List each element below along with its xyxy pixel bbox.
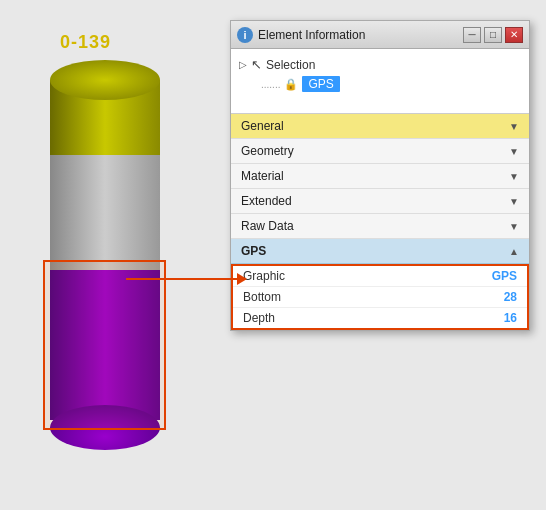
accordion-general-label: General xyxy=(241,119,284,133)
lock-icon: 🔒 xyxy=(284,78,298,91)
dialog-title-text: Element Information xyxy=(258,28,365,42)
chevron-material: ▼ xyxy=(509,171,519,182)
gps-key-graphic: Graphic xyxy=(243,269,467,283)
tree-row-gps[interactable]: ....... 🔒 GPS xyxy=(239,74,521,94)
dialog-title-left: i Element Information xyxy=(237,27,365,43)
accordion-rawdata[interactable]: Raw Data ▼ xyxy=(231,214,529,239)
close-button[interactable]: ✕ xyxy=(505,27,523,43)
gps-section-label: GPS xyxy=(241,244,266,258)
gps-row-bottom: Bottom 28 xyxy=(233,287,527,308)
highlight-box xyxy=(43,260,166,430)
accordion-general[interactable]: General ▼ xyxy=(231,114,529,139)
gps-value-depth: 16 xyxy=(467,311,517,325)
gps-key-depth: Depth xyxy=(243,311,467,325)
gps-value-bottom: 28 xyxy=(467,290,517,304)
dialog-titlebar: i Element Information ─ □ ✕ xyxy=(231,21,529,49)
selection-label: Selection xyxy=(266,58,315,72)
gps-row-depth: Depth 16 xyxy=(233,308,527,328)
cylinder-top-cap xyxy=(50,60,160,100)
element-info-dialog: i Element Information ─ □ ✕ ▷ ↖ Selectio… xyxy=(230,20,530,331)
accordion-extended[interactable]: Extended ▼ xyxy=(231,189,529,214)
cylinder-mid-body xyxy=(50,155,160,275)
tree-expand-icon: ▷ xyxy=(239,59,247,70)
gps-value-graphic: GPS xyxy=(467,269,517,283)
gps-badge: GPS xyxy=(302,76,339,92)
chevron-extended: ▼ xyxy=(509,196,519,207)
chevron-geometry: ▼ xyxy=(509,146,519,157)
chevron-general: ▼ xyxy=(509,121,519,132)
dialog-controls[interactable]: ─ □ ✕ xyxy=(463,27,523,43)
gps-key-bottom: Bottom xyxy=(243,290,467,304)
accordion-extended-label: Extended xyxy=(241,194,292,208)
callout-arrow xyxy=(126,278,246,280)
model-viewport: 0-139 xyxy=(0,0,230,510)
gps-table: Graphic GPS Bottom 28 Depth 16 xyxy=(231,264,529,330)
tree-area: ▷ ↖ Selection ....... 🔒 GPS xyxy=(231,49,529,114)
cylinder-3d xyxy=(40,60,180,480)
chevron-gps: ▲ xyxy=(509,246,519,257)
gps-section-header[interactable]: GPS ▲ xyxy=(231,239,529,264)
accordion-rawdata-label: Raw Data xyxy=(241,219,294,233)
accordion-material-label: Material xyxy=(241,169,284,183)
maximize-button[interactable]: □ xyxy=(484,27,502,43)
cursor-icon: ↖ xyxy=(251,57,262,72)
chevron-rawdata: ▼ xyxy=(509,221,519,232)
accordion-material[interactable]: Material ▼ xyxy=(231,164,529,189)
tree-row-selection[interactable]: ▷ ↖ Selection xyxy=(239,55,521,74)
gps-row-graphic: Graphic GPS xyxy=(233,266,527,287)
accordion-geometry[interactable]: Geometry ▼ xyxy=(231,139,529,164)
info-icon: i xyxy=(237,27,253,43)
element-label: 0-139 xyxy=(60,32,111,53)
tree-dotline: ....... xyxy=(261,79,280,90)
minimize-button[interactable]: ─ xyxy=(463,27,481,43)
accordion-geometry-label: Geometry xyxy=(241,144,294,158)
